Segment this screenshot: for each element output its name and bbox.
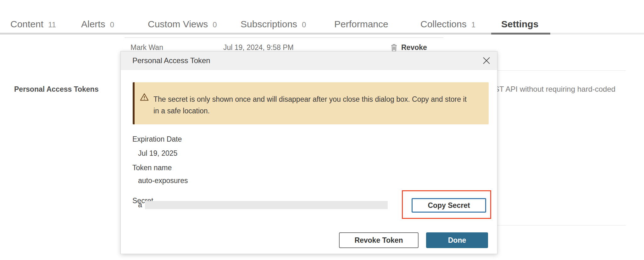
tab-count: 0 <box>213 20 217 29</box>
secret-visible-value: a <box>138 201 142 209</box>
section-description-fragment: ST API without requiring hard-coded <box>494 85 615 94</box>
tabbar-divider <box>0 33 550 35</box>
secret-masked-bar <box>145 201 388 209</box>
expiration-date-label: Expiration Date <box>132 135 182 144</box>
done-button[interactable]: Done <box>426 232 488 248</box>
tab-label: Subscriptions <box>241 19 297 30</box>
tab-content[interactable]: Content 11 <box>10 19 56 30</box>
tabbar-divider-right <box>550 33 644 35</box>
tab-label: Performance <box>334 19 388 30</box>
tab-performance[interactable]: Performance <box>334 19 388 30</box>
tab-count: 1 <box>471 20 475 29</box>
token-timestamp-cell: Jul 19, 2024, 9:58 PM <box>223 43 294 52</box>
section-label: Personal Access Tokens <box>14 85 98 94</box>
dialog-title: Personal Access Token <box>132 56 210 65</box>
revoke-row-action[interactable]: Revoke <box>401 43 427 52</box>
tab-label: Content <box>10 19 43 30</box>
warning-icon <box>140 93 149 102</box>
tab-subscriptions[interactable]: Subscriptions 0 <box>241 19 306 30</box>
tab-label: Settings <box>501 19 538 30</box>
secret-value-row: a <box>138 201 388 209</box>
page: Content 11 Alerts 0 Custom Views 0 Subsc… <box>0 0 644 260</box>
token-owner-cell: Mark Wan <box>130 43 163 52</box>
tab-custom-views[interactable]: Custom Views 0 <box>148 19 217 30</box>
tab-count: 0 <box>302 20 306 29</box>
secret-warning-banner: The secret is only shown once and will d… <box>133 82 489 124</box>
tab-alerts[interactable]: Alerts 0 <box>81 19 114 30</box>
token-table-row-border <box>125 37 443 38</box>
tab-label: Collections <box>420 19 467 30</box>
tab-settings[interactable]: Settings <box>501 19 538 30</box>
tab-count: 11 <box>48 20 56 29</box>
tab-label: Alerts <box>81 19 105 30</box>
tab-count: 0 <box>110 20 114 29</box>
tab-collections[interactable]: Collections 1 <box>420 19 475 30</box>
revoke-token-button[interactable]: Revoke Token <box>339 232 419 248</box>
personal-access-token-dialog: Personal Access Token The secret is only… <box>120 51 497 254</box>
tab-label: Custom Views <box>148 19 208 30</box>
token-name-label: Token name <box>132 164 172 172</box>
close-icon[interactable] <box>481 56 491 66</box>
token-name-value: auto-exposures <box>138 176 188 185</box>
expiration-date-value: Jul 19, 2025 <box>138 149 177 158</box>
dialog-header: Personal Access Token <box>121 51 497 70</box>
active-tab-underline <box>491 33 550 35</box>
warning-text: The secret is only shown once and will d… <box>153 94 473 117</box>
copy-secret-button[interactable]: Copy Secret <box>412 198 486 213</box>
